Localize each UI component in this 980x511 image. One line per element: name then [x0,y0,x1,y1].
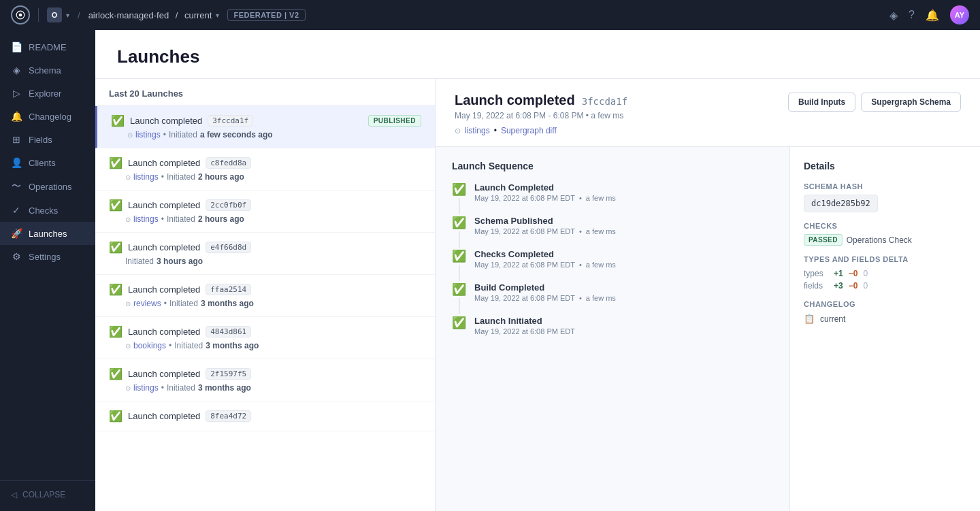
check-complete-icon: ✅ [109,199,122,212]
changelog-item[interactable]: 📋 current [804,314,966,324]
types-delta-row: types +1 −0 0 [804,269,966,278]
sidebar-label-readme: README [29,42,67,52]
detail-btn-group: Build Inputs Supergraph Schema [788,93,961,112]
supergraph-schema-button[interactable]: Supergraph Schema [861,93,961,112]
launch-item-top: ✅ Launch completed 2cc0fb0f [109,199,421,212]
sidebar-item-clients[interactable]: 👤 Clients [0,151,95,174]
fields-delta-row: fields +3 −0 0 [804,281,966,291]
bullet-sep: • [163,130,166,139]
apollo-logo[interactable] [11,5,30,24]
detail-title: Launch completed [455,93,575,108]
subgraph-icon: ⊙ [125,342,131,350]
seq-item: ✅ Build Completed May 19, 2022 at 6:08 P… [452,282,773,316]
nav-slash: / [78,10,80,20]
subgraph-icon: ⊙ [125,300,131,308]
launch-item-left: ✅ Launch completed 8fea4d72 [109,410,251,423]
check-row: PASSED Operations Check [804,234,966,246]
list-item[interactable]: ✅ Launch completed e4f66d8d Initiated 3 … [95,233,435,275]
list-item[interactable]: ✅ Launch completed 3fccda1f PUBLISHED ⊙ … [95,106,435,148]
sidebar-item-explorer[interactable]: ▷ Explorer [0,82,95,105]
supergraph-diff-link[interactable]: Supergraph diff [501,126,557,135]
broadcast-icon[interactable]: ◈ [889,9,898,22]
subgraph-link[interactable]: listings [135,130,161,139]
initiated-label: Initiated [167,172,195,182]
passed-badge: PASSED [804,234,843,246]
sidebar-item-launches[interactable]: 🚀 Launches [0,222,95,245]
seq-check-icon: ✅ [452,249,466,263]
subgraph-icon: ⊙ [125,384,131,392]
launch-sub: ⊙ listings • Initiated a few seconds ago [127,130,421,139]
list-item[interactable]: ✅ Launch completed 4843d861 ⊙ bookings •… [95,317,435,359]
readme-icon: 📄 [11,42,22,52]
sidebar-item-changelog[interactable]: 🔔 Changelog [0,105,95,128]
detail-header: Launch completed 3fccda1f May 19, 2022 a… [436,79,980,147]
list-item[interactable]: ✅ Launch completed c8fedd8a ⊙ listings •… [95,148,435,191]
subgraph-link[interactable]: bookings [133,341,166,350]
seq-item: ✅ Checks Completed May 19, 2022 at 6:08 … [452,249,773,282]
sequence-section: Launch Sequence ✅ Launch Completed May 1… [436,147,789,511]
list-item[interactable]: ✅ Launch completed 2f1597f5 ⊙ listings •… [95,359,435,401]
listings-link[interactable]: listings [465,126,490,135]
avatar[interactable]: AY [950,5,969,24]
duration: a few ms [591,111,623,120]
subgraph-link[interactable]: listings [133,383,159,393]
branch-chevron-icon: ▾ [216,12,219,19]
seq-item: ✅ Launch Completed May 19, 2022 at 6:08 … [452,182,773,216]
sidebar-item-settings[interactable]: ⚙ Settings [0,245,95,268]
sidebar-item-operations[interactable]: 〜 Operations [0,174,95,199]
launch-time: a few seconds ago [200,130,273,139]
launches-icon: 🚀 [11,228,22,239]
project-selector[interactable]: airlock-managed-fed / current ▾ [88,10,220,20]
bullet-sep: • [164,299,167,308]
doc-icon: 📋 [804,314,815,324]
build-inputs-button[interactable]: Build Inputs [788,93,855,112]
sidebar: 📄 README ◈ Schema ▷ Explorer 🔔 Changelog… [0,30,95,511]
initiated-label: Initiated [174,341,203,350]
seq-icon-col: ✅ [452,316,466,349]
launch-time: 3 months ago [206,341,259,350]
branch-name: current [184,10,212,20]
detail-hash: 3fccda1f [582,96,627,107]
main-content: Launches Last 20 Launches ✅ Launch compl… [95,30,980,511]
seq-item: ✅ Launch Initiated May 19, 2022 at 6:08 … [452,316,773,349]
seq-content: Checks Completed May 19, 2022 at 6:08 PM… [474,249,616,282]
list-item[interactable]: ✅ Launch completed ffaa2514 ⊙ reviews • … [95,275,435,317]
launch-item-left: ✅ Launch completed 2f1597f5 [109,367,251,380]
types-zero: 0 [863,269,868,278]
seq-icon-col: ✅ [452,216,466,249]
types-minus: −0 [849,269,858,278]
check-complete-icon: ✅ [111,114,125,127]
subgraph-link[interactable]: listings [133,214,159,224]
launch-status: Launch completed [128,242,200,252]
changelog-value: current [820,314,845,324]
fields-icon: ⊞ [11,134,22,145]
org-selector[interactable]: O ▾ [47,7,69,22]
subgraph-link[interactable]: listings [133,172,159,182]
launch-hash: 3fccda1f [208,115,253,127]
sidebar-item-schema[interactable]: ◈ Schema [0,59,95,82]
launch-status: Launch completed [130,116,202,126]
seq-label: Checks Completed [474,249,616,259]
launch-time: 3 months ago [198,383,251,393]
notification-icon[interactable]: 🔔 [926,9,939,22]
list-item[interactable]: ✅ Launch completed 8fea4d72 [95,401,435,431]
check-name: Operations Check [847,235,912,245]
launch-sub: ⊙ listings • Initiated 2 hours ago [125,214,421,224]
seq-label: Launch Initiated [474,316,575,326]
seq-line [459,231,460,248]
seq-time: May 19, 2022 at 6:08 PM EDT • a few ms [474,194,616,202]
seq-label: Build Completed [474,282,616,293]
sidebar-item-checks[interactable]: ✓ Checks [0,199,95,222]
sidebar-item-fields[interactable]: ⊞ Fields [0,128,95,151]
sidebar-item-readme[interactable]: 📄 README [0,35,95,59]
initiated-label: Initiated [125,257,154,266]
collapse-button[interactable]: ◁ COLLAPSE [0,484,95,506]
launch-status: Launch completed [128,158,200,168]
subgraph-link[interactable]: reviews [133,299,161,308]
launch-item-left: ✅ Launch completed ffaa2514 [109,283,251,296]
changelog-icon: 🔔 [11,111,22,122]
help-icon[interactable]: ? [909,9,915,21]
list-item[interactable]: ✅ Launch completed 2cc0fb0f ⊙ listings •… [95,191,435,233]
launch-hash: c8fedd8a [206,157,251,169]
launch-item-left: ✅ Launch completed 3fccda1f [111,114,253,127]
